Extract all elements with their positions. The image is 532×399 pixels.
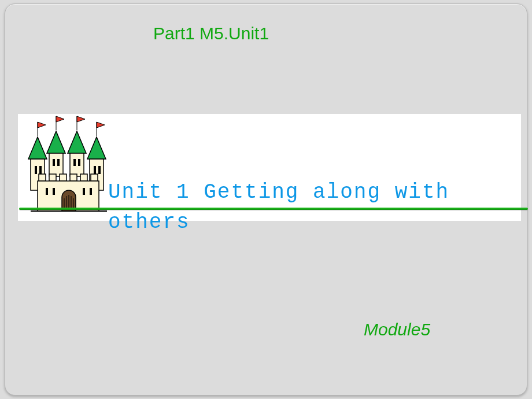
svg-rect-12: [35, 166, 37, 174]
svg-marker-8: [28, 137, 47, 159]
svg-rect-28: [80, 174, 87, 181]
svg-marker-3: [56, 116, 64, 122]
svg-rect-36: [46, 188, 48, 195]
part-title: Part1 M5.Unit1: [153, 24, 269, 43]
svg-rect-15: [98, 166, 101, 174]
svg-rect-39: [90, 188, 92, 195]
svg-rect-27: [70, 174, 77, 181]
unit-title: Unit 1 Getting along with others: [108, 178, 467, 238]
svg-rect-13: [39, 166, 42, 174]
svg-rect-25: [49, 174, 56, 181]
castle-icon: [20, 114, 119, 215]
slide-card: Part1 M5.Unit1: [5, 3, 527, 396]
svg-rect-19: [70, 153, 84, 176]
module-label: Module5: [364, 320, 430, 339]
svg-marker-9: [87, 137, 106, 159]
svg-rect-23: [78, 159, 80, 166]
svg-rect-20: [53, 159, 55, 166]
svg-marker-17: [68, 131, 86, 153]
svg-rect-38: [83, 188, 85, 195]
svg-marker-5: [77, 116, 85, 122]
svg-marker-1: [38, 122, 46, 128]
svg-rect-24: [39, 174, 46, 181]
svg-rect-14: [94, 166, 96, 174]
svg-marker-7: [97, 122, 105, 128]
svg-rect-37: [53, 188, 55, 195]
svg-rect-29: [91, 174, 98, 181]
svg-rect-18: [49, 153, 63, 176]
svg-rect-21: [57, 159, 60, 166]
svg-rect-26: [60, 174, 66, 181]
svg-rect-22: [73, 159, 76, 166]
svg-marker-16: [47, 131, 65, 153]
